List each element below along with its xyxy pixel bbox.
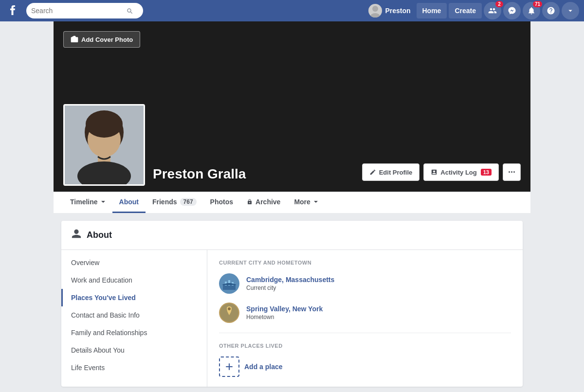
create-button[interactable]: Create [449,3,482,18]
about-header: About [61,221,523,250]
tab-archive[interactable]: Archive [240,192,287,213]
profile-wrapper: Add Cover Photo Preston Gr [54,21,530,213]
archive-lock-icon [247,199,253,205]
springvalley-place-type: Hometown [246,314,323,321]
add-place-label: Add a place [244,363,283,371]
about-main: CURRENT CITY AND HOMETOWN [207,250,523,387]
tab-timeline[interactable]: Timeline [63,192,112,213]
svg-point-2 [370,13,380,18]
profile-name: Preston Gralla [153,166,354,182]
nav-right: Preston Home Create 2 71 [365,2,579,19]
search-icon [126,7,133,14]
place-info: Spring Valley, New York Hometown [246,305,323,321]
springvalley-place-name[interactable]: Spring Valley, New York [246,305,323,313]
cambridge-place-type: Current city [246,285,334,291]
about-person-icon [71,229,82,242]
tab-friends[interactable]: Friends 767 [146,192,203,213]
sidebar-item-details[interactable]: Details About You [61,341,207,359]
sidebar-item-family[interactable]: Family and Relationships [61,324,207,341]
profile-tabs: Timeline About Friends 767 Photos Archiv… [54,192,530,213]
more-dropdown-icon [313,199,318,204]
tab-about[interactable]: About [112,192,146,213]
home-button[interactable]: Home [417,3,447,18]
about-title: About [87,230,112,240]
cambridge-place-name[interactable]: Cambridge, Massachusetts [246,276,334,284]
place-info: Cambridge, Massachusetts Current city [246,276,334,291]
nav-user-profile[interactable]: Preston [365,2,414,19]
nav-username: Preston [385,7,410,15]
sidebar-item-places[interactable]: Places You've Lived [61,289,207,306]
cambridge-icon [219,273,239,294]
add-place-button[interactable]: Add a place [219,356,511,377]
friends-count-badge: 767 [180,198,197,206]
search-bar[interactable] [26,3,143,18]
profile-actions: Edit Profile Activity Log 13 ··· [362,163,521,186]
notifications-badge: 71 [533,1,542,7]
top-navigation: Preston Home Create 2 71 [0,0,584,21]
friend-requests-button[interactable]: 2 [484,2,501,19]
timeline-dropdown-icon [101,199,106,204]
list-item: Cambridge, Massachusetts Current city [219,273,511,294]
add-cover-photo-button[interactable]: Add Cover Photo [63,31,140,48]
about-body: Overview Work and Education Places You'v… [61,250,523,387]
profile-info-bar: Preston Gralla Edit Profile Activity Log… [54,133,530,192]
profile-photo [63,104,145,186]
svg-point-6 [86,110,123,138]
nav-more-button[interactable] [562,2,579,19]
svg-point-15 [228,307,231,310]
spring-valley-icon [219,303,239,323]
activity-log-button[interactable]: Activity Log 13 [423,163,499,181]
about-sidebar: Overview Work and Education Places You'v… [61,250,207,387]
tab-more[interactable]: More [287,192,325,213]
main-content: About Overview Work and Education Places… [54,213,530,392]
friend-requests-badge: 2 [495,1,503,7]
nav-avatar [368,4,382,18]
search-input[interactable] [31,7,126,15]
notifications-button[interactable]: 71 [523,2,540,19]
activity-log-badge: 13 [481,169,492,176]
list-item: Spring Valley, New York Hometown [219,303,511,323]
about-card: About Overview Work and Education Places… [61,221,523,387]
tab-photos[interactable]: Photos [203,192,240,213]
edit-profile-button[interactable]: Edit Profile [362,163,420,181]
sidebar-item-overview[interactable]: Overview [61,254,207,271]
help-button[interactable] [542,2,560,19]
current-city-section-title: CURRENT CITY AND HOMETOWN [219,260,511,266]
sidebar-item-work[interactable]: Work and Education [61,271,207,289]
other-places-title: OTHER PLACES LIVED [219,343,511,349]
section-divider [219,333,511,333]
svg-point-1 [372,6,378,12]
profile-name-area: Preston Gralla [153,166,354,186]
facebook-logo [5,2,22,19]
sidebar-item-contact[interactable]: Contact and Basic Info [61,306,207,324]
add-place-icon [219,356,239,377]
profile-more-button[interactable]: ··· [503,163,521,181]
svg-rect-0 [5,2,22,19]
sidebar-item-life[interactable]: Life Events [61,359,207,376]
messenger-button[interactable] [503,2,521,19]
